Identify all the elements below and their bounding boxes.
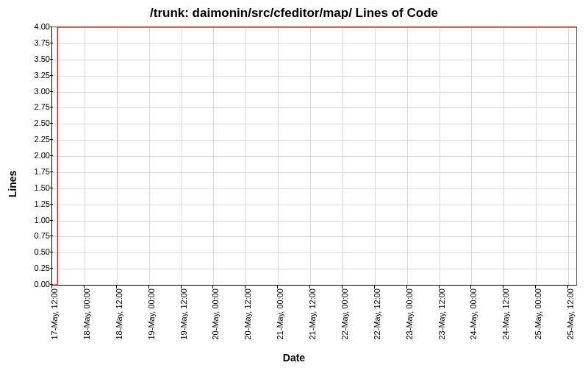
- y-tick-label: 0.00: [22, 280, 50, 289]
- data-series: [52, 27, 576, 285]
- y-tick-label: 1.00: [22, 216, 50, 224]
- x-tick-label: 21-May, 00:00: [276, 289, 284, 340]
- x-tick-label: 18-May, 00:00: [82, 289, 91, 340]
- x-tick-label: 25-May, 00:00: [534, 289, 542, 340]
- chart-container: /trunk: daimonin/src/cfeditor/map/ Lines…: [0, 0, 588, 368]
- y-tick-label: 3.50: [22, 54, 50, 63]
- x-tick-label: 23-May, 12:00: [437, 289, 446, 340]
- x-tick-label: 19-May, 12:00: [179, 289, 188, 340]
- y-tick-label: 1.50: [22, 183, 50, 192]
- plot-area: [51, 26, 577, 286]
- y-tick-label: 3.25: [22, 71, 50, 79]
- y-axis-label: Lines: [7, 171, 18, 198]
- series-line: [52, 27, 576, 285]
- x-tick-label: 23-May, 00:00: [405, 289, 414, 340]
- y-tick-label: 2.25: [22, 135, 50, 144]
- x-ticks: 17-May, 12:0018-May, 00:0018-May, 12:001…: [51, 286, 577, 352]
- x-tick-label: 18-May, 12:00: [115, 289, 123, 340]
- x-tick-label: 22-May, 00:00: [340, 289, 349, 340]
- x-tick-label: 19-May, 00:00: [147, 289, 156, 340]
- y-tick-label: 1.75: [22, 167, 50, 176]
- y-tick-label: 3.00: [22, 87, 50, 96]
- x-tick-label: 17-May, 12:00: [50, 289, 59, 340]
- y-tick-label: 4.00: [22, 22, 50, 31]
- y-tick-label: 0.50: [22, 247, 50, 256]
- x-tick-label: 21-May, 12:00: [308, 289, 317, 340]
- x-tick-label: 25-May, 12:00: [566, 289, 575, 340]
- x-tick-label: 22-May, 12:00: [373, 289, 381, 340]
- y-tick-label: 2.50: [22, 118, 50, 127]
- y-tick-label: 2.00: [22, 151, 50, 160]
- y-tick-label: 1.25: [22, 199, 50, 208]
- y-tick-label: 0.25: [22, 263, 50, 272]
- y-tick-label: 0.75: [22, 231, 50, 240]
- y-ticks: 0.000.250.500.751.001.251.501.752.002.25…: [22, 26, 50, 286]
- x-tick-label: 24-May, 12:00: [501, 289, 510, 340]
- x-tick-label: 20-May, 12:00: [243, 289, 252, 340]
- y-tick-label: 3.75: [22, 38, 50, 47]
- y-axis-label-wrap: Lines: [6, 0, 19, 368]
- x-tick-label: 20-May, 00:00: [211, 289, 220, 340]
- x-tick-label: 24-May, 00:00: [469, 289, 478, 340]
- y-tick-label: 2.75: [22, 102, 50, 111]
- chart-title: /trunk: daimonin/src/cfeditor/map/ Lines…: [0, 6, 588, 21]
- x-axis-label: Date: [0, 352, 588, 364]
